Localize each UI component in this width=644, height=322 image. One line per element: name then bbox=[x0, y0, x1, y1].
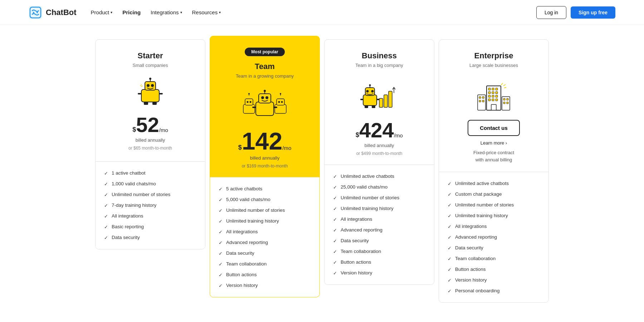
starter-billed: billed annually bbox=[136, 137, 165, 143]
svg-rect-11 bbox=[159, 93, 163, 94]
login-button[interactable]: Log in bbox=[536, 6, 566, 19]
integrations-caret: ▾ bbox=[180, 10, 182, 14]
team-feature-1: ✓ 5 active chatbots bbox=[219, 186, 311, 192]
svg-rect-47 bbox=[365, 106, 368, 108]
svg-rect-69 bbox=[502, 97, 510, 110]
svg-rect-70 bbox=[503, 98, 505, 100]
svg-point-7 bbox=[151, 84, 154, 87]
starter-feature-1: ✓ 1 active chatbot bbox=[104, 170, 196, 176]
check-icon: ✓ bbox=[448, 267, 452, 272]
logo-icon bbox=[29, 6, 42, 19]
check-icon: ✓ bbox=[104, 235, 108, 240]
check-icon: ✓ bbox=[219, 186, 223, 192]
svg-point-24 bbox=[278, 101, 280, 103]
team-feature-6: ✓ Advanced reporting bbox=[219, 240, 311, 245]
svg-rect-23 bbox=[277, 99, 284, 105]
svg-rect-53 bbox=[496, 88, 498, 90]
starter-feature-5: ✓ All integrations bbox=[104, 213, 196, 219]
check-icon: ✓ bbox=[448, 235, 452, 240]
svg-point-9 bbox=[149, 78, 151, 80]
svg-point-42 bbox=[371, 90, 374, 93]
learn-more-link[interactable]: Learn more › bbox=[480, 140, 507, 146]
resources-caret: ▾ bbox=[219, 10, 221, 14]
starter-header: Starter Small companies bbox=[96, 40, 205, 161]
product-caret: ▾ bbox=[111, 10, 112, 14]
svg-point-21 bbox=[248, 93, 250, 94]
check-icon: ✓ bbox=[333, 217, 337, 222]
svg-point-30 bbox=[261, 96, 264, 99]
svg-rect-61 bbox=[492, 99, 494, 101]
navbar: ChatBot Product ▾ Pricing Integrations ▾… bbox=[0, 0, 644, 25]
nav-product[interactable]: Product ▾ bbox=[91, 9, 113, 15]
check-icon: ✓ bbox=[219, 262, 223, 267]
business-feature-3: ✓ Unlimited number of stories bbox=[333, 195, 425, 201]
enterprise-name: Enterprise bbox=[474, 51, 513, 60]
svg-rect-63 bbox=[491, 104, 496, 110]
team-billed: billed annually bbox=[250, 155, 279, 161]
team-amount: 142 bbox=[242, 129, 282, 153]
nav-left: ChatBot Product ▾ Pricing Integrations ▾… bbox=[29, 6, 221, 19]
svg-rect-4 bbox=[141, 89, 159, 102]
nav-resources[interactable]: Resources ▾ bbox=[192, 9, 221, 15]
svg-rect-22 bbox=[275, 104, 286, 113]
svg-point-41 bbox=[366, 90, 369, 93]
starter-name: Starter bbox=[138, 51, 163, 60]
check-icon: ✓ bbox=[333, 228, 337, 233]
svg-rect-46 bbox=[377, 99, 380, 100]
contact-us-button[interactable]: Contact us bbox=[468, 120, 520, 136]
starter-robot-svg bbox=[132, 75, 168, 107]
nav-pricing[interactable]: Pricing bbox=[122, 9, 141, 15]
team-feature-9: ✓ Button actions bbox=[219, 272, 311, 278]
plan-business: Business Team in a big company bbox=[324, 39, 434, 285]
team-monthly: or $169 month-to-month bbox=[242, 164, 288, 169]
svg-line-14 bbox=[140, 84, 142, 86]
logo-text: ChatBot bbox=[46, 8, 77, 17]
check-icon: ✓ bbox=[219, 283, 223, 288]
business-subtitle: Team in a big company bbox=[355, 63, 403, 68]
svg-rect-67 bbox=[479, 100, 481, 102]
nav-integrations[interactable]: Integrations ▾ bbox=[151, 9, 182, 15]
svg-rect-29 bbox=[259, 94, 271, 103]
starter-features: ✓ 1 active chatbot ✓ 1,000 valid chats/m… bbox=[96, 161, 205, 249]
svg-point-3 bbox=[36, 12, 38, 13]
plan-enterprise: Enterprise Large scale businesses bbox=[439, 39, 549, 303]
business-feature-2: ✓ 25,000 valid chats/mo bbox=[333, 184, 425, 190]
svg-point-44 bbox=[369, 84, 371, 86]
enterprise-feature-10: ✓ Version history bbox=[448, 277, 540, 283]
check-icon: ✓ bbox=[333, 185, 337, 190]
check-icon: ✓ bbox=[448, 224, 452, 229]
enterprise-feature-2: ✓ Custom chat package bbox=[448, 191, 540, 197]
check-icon: ✓ bbox=[333, 195, 337, 201]
svg-point-18 bbox=[247, 101, 249, 103]
starter-feature-7: ✓ Data security bbox=[104, 235, 196, 240]
enterprise-feature-6: ✓ Advanced reporting bbox=[448, 234, 540, 240]
plan-team: Most popular Team Team in a growing comp… bbox=[210, 36, 320, 297]
check-icon: ✓ bbox=[219, 240, 223, 245]
starter-feature-3: ✓ Unlimited number of stories bbox=[104, 192, 196, 197]
plan-starter: Starter Small companies bbox=[95, 39, 205, 249]
enterprise-illustration bbox=[474, 79, 513, 113]
check-icon: ✓ bbox=[104, 214, 108, 219]
check-icon: ✓ bbox=[448, 181, 452, 186]
enterprise-feature-5: ✓ All integrations bbox=[448, 224, 540, 229]
team-feature-5: ✓ All integrations bbox=[219, 229, 311, 235]
signup-button[interactable]: Sign up free bbox=[571, 6, 615, 19]
team-subtitle: Team in a growing company bbox=[236, 73, 294, 79]
fixed-price-text: Fixed-price contract with annual billing bbox=[473, 149, 514, 163]
svg-point-25 bbox=[281, 101, 283, 103]
logo[interactable]: ChatBot bbox=[29, 6, 77, 19]
svg-rect-39 bbox=[363, 95, 377, 106]
svg-point-31 bbox=[265, 96, 268, 99]
svg-rect-68 bbox=[482, 100, 484, 102]
enterprise-feature-11: ✓ Personal onboarding bbox=[448, 288, 540, 294]
business-monthly: or $499 month-to-month bbox=[356, 151, 402, 156]
svg-point-19 bbox=[250, 101, 252, 103]
svg-rect-36 bbox=[379, 98, 383, 107]
starter-subtitle: Small companies bbox=[133, 63, 168, 68]
team-feature-10: ✓ Version history bbox=[219, 283, 311, 288]
team-name: Team bbox=[255, 62, 275, 71]
svg-rect-58 bbox=[492, 95, 494, 97]
team-robot-svg bbox=[241, 86, 288, 122]
svg-rect-60 bbox=[488, 99, 491, 101]
svg-rect-65 bbox=[479, 97, 481, 98]
